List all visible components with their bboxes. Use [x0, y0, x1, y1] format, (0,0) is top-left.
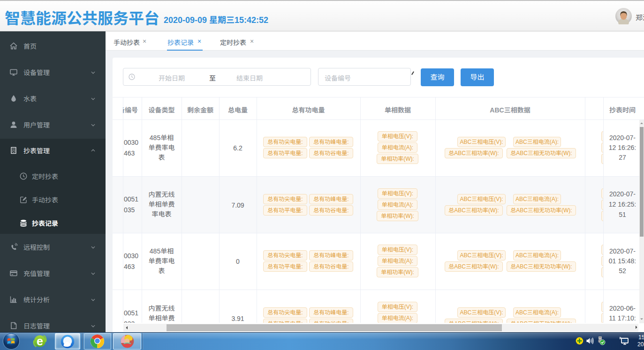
svg-text:e: e	[37, 335, 43, 348]
